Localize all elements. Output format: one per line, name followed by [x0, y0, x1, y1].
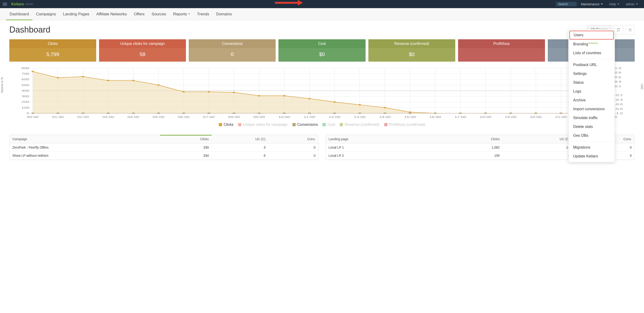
hamburger-icon[interactable]	[3, 3, 7, 5]
metric-tile[interactable]: Profit/loss	[458, 39, 545, 62]
tile-value	[458, 48, 545, 56]
table-cell: 0	[268, 152, 318, 160]
nav-domains[interactable]: Domains	[213, 8, 235, 20]
nav-sources[interactable]: Sources	[148, 8, 170, 20]
caret-down-icon	[601, 3, 603, 5]
svg-text:10:00: 10:00	[278, 116, 290, 118]
table-cell: Local LP 1	[326, 144, 439, 152]
caret-down-icon	[618, 3, 619, 5]
tile-label: Unique clicks for campaign	[99, 39, 186, 48]
dropdown-item-postback-url[interactable]: Postback URL	[568, 60, 615, 69]
admin-menu[interactable]: admin	[622, 0, 641, 8]
svg-text:0.4: 0.4	[615, 80, 621, 83]
svg-point-78	[32, 71, 34, 72]
table-header[interactable]: UC (C)	[212, 135, 268, 144]
table-cell: 1,082	[439, 144, 502, 152]
dropdown-item-branding[interactable]: Brandingbusiness	[568, 39, 615, 49]
nav-dashboard[interactable]: Dashboard	[6, 8, 32, 20]
dropdown-item-import-conversions[interactable]: Import conversions	[568, 105, 615, 114]
legend-item[interactable]: Cost	[322, 123, 335, 127]
dropdown-item-status[interactable]: Status	[568, 78, 615, 87]
table-header[interactable]: Landing page	[326, 135, 439, 144]
svg-text:1.0: 1.0	[615, 67, 621, 70]
metric-tiles: Clicks5,799Unique clicks for campaign58C…	[0, 35, 644, 66]
svg-text:14:00: 14:00	[379, 116, 391, 118]
help-menu[interactable]: Help	[606, 0, 622, 8]
dropdown-item-settings[interactable]: Settings	[568, 69, 615, 78]
table-header[interactable]: Conv.	[268, 135, 318, 144]
chart-svg[interactable]: 0100200300400500600700800-1.0-0.8-0.6-0.…	[9, 66, 635, 120]
table-header[interactable]: Campaign	[10, 135, 160, 144]
dropdown-item-delete-stats[interactable]: Delete stats	[568, 122, 615, 131]
dropdown-item-migrations[interactable]: Migrations	[568, 143, 615, 152]
legend-item[interactable]: Revenue (confirmed)	[340, 123, 379, 127]
campaigns-table: CampaignClicksUC (C)Conv.ZeroPark - Peer…	[9, 135, 318, 160]
table-row[interactable]: Show LP without redirect33460	[10, 152, 318, 160]
metric-tile[interactable]: Revenue (confirmed)$0	[368, 39, 455, 62]
dropdown-item-users[interactable]: Users	[570, 31, 613, 39]
nav-campaigns[interactable]: Campaigns	[32, 8, 60, 20]
table-cell: 3	[212, 144, 268, 152]
svg-point-80	[82, 76, 84, 77]
metric-tile[interactable]: Unique clicks for campaign58	[99, 39, 186, 62]
svg-text:07:00: 07:00	[203, 116, 214, 118]
svg-point-91	[358, 104, 361, 106]
table-cell: 16	[502, 144, 573, 152]
table-cell: ZeroPark - Peerfly Offers	[10, 144, 160, 152]
topbar: Keitaro DEMO Search Maintenance Help adm…	[0, 0, 644, 8]
dropdown-item-archive[interactable]: Archive	[568, 96, 615, 105]
maintenance-menu[interactable]: Maintenance	[578, 0, 606, 8]
svg-text:12:00: 12:00	[329, 116, 340, 118]
help-label: Help	[609, 2, 616, 6]
nav-affiliate-networks[interactable]: Affiliate Networks	[93, 8, 130, 20]
tile-value: 58	[99, 48, 186, 62]
table-row[interactable]: ZeroPark - Peerfly Offers33930	[10, 144, 318, 152]
svg-point-81	[107, 80, 110, 81]
dropdown-item-update-keitaro[interactable]: Update Keitaro	[568, 152, 615, 161]
nav-reports[interactable]: Reports	[170, 8, 194, 20]
legend-item[interactable]: Profit/loss (confirmed)	[384, 123, 426, 127]
table-header[interactable]: Clicks	[160, 135, 212, 144]
svg-text:15:00: 15:00	[404, 116, 416, 118]
search-input[interactable]: Search	[556, 2, 577, 6]
table-header[interactable]: UC (C)	[502, 135, 573, 144]
table-cell: 6	[212, 152, 268, 160]
settings-button[interactable]	[625, 25, 635, 34]
dropdown-item-logs[interactable]: Logs	[568, 87, 615, 96]
dropdown-item-lists-of-countries[interactable]: Lists of countries	[568, 49, 615, 57]
svg-text:-0.2: -0.2	[615, 94, 623, 97]
legend-item[interactable]: Conversions	[292, 123, 318, 127]
svg-text:20:00: 20:00	[530, 116, 542, 118]
svg-text:-0.4: -0.4	[615, 98, 623, 101]
metric-tile[interactable]: Cost$0	[278, 39, 365, 62]
page-title: Dashboard	[9, 25, 50, 35]
maintenance-dropdown: UsersBrandingbusinessLists of countriesP…	[568, 29, 615, 162]
chart-container: Volume or % USD 010020030040050060070080…	[0, 66, 644, 135]
table-header[interactable]: Clicks	[439, 135, 502, 144]
nav-trends[interactable]: Trends	[194, 8, 213, 20]
legend-label: Profit/loss (confirmed)	[389, 123, 426, 127]
dropdown-item-simulate-traffic[interactable]: Simulate traffic	[568, 114, 615, 122]
table-cell: 0	[502, 152, 573, 160]
metric-tile[interactable]: Conversions0	[189, 39, 276, 62]
nav-offers[interactable]: Offers	[130, 8, 148, 20]
refresh-icon	[616, 28, 620, 32]
tile-label: Profit/loss	[458, 39, 545, 48]
legend-item[interactable]: Clicks	[219, 123, 234, 127]
legend-item[interactable]: Unique clicks for campaign	[238, 123, 288, 127]
svg-text:04:00: 04:00	[128, 116, 139, 118]
svg-text:-0.8: -0.8	[615, 107, 623, 110]
legend-swatch	[238, 123, 242, 126]
metric-tile[interactable]: Clicks5,799	[9, 39, 96, 62]
tile-value: 5,799	[9, 48, 96, 62]
tile-value: $0	[278, 48, 365, 62]
maintenance-label: Maintenance	[581, 2, 600, 6]
svg-text:800: 800	[22, 67, 29, 70]
svg-text:05:00: 05:00	[152, 116, 164, 118]
refresh-button[interactable]	[614, 25, 623, 34]
tile-label: Conversions	[189, 39, 276, 48]
nav-landing-pages[interactable]: Landing Pages	[60, 8, 93, 20]
dropdown-item-geo-dbs[interactable]: Geo DBs	[568, 131, 615, 140]
annotation-arrow	[275, 2, 298, 4]
svg-text:18:00: 18:00	[480, 116, 492, 118]
